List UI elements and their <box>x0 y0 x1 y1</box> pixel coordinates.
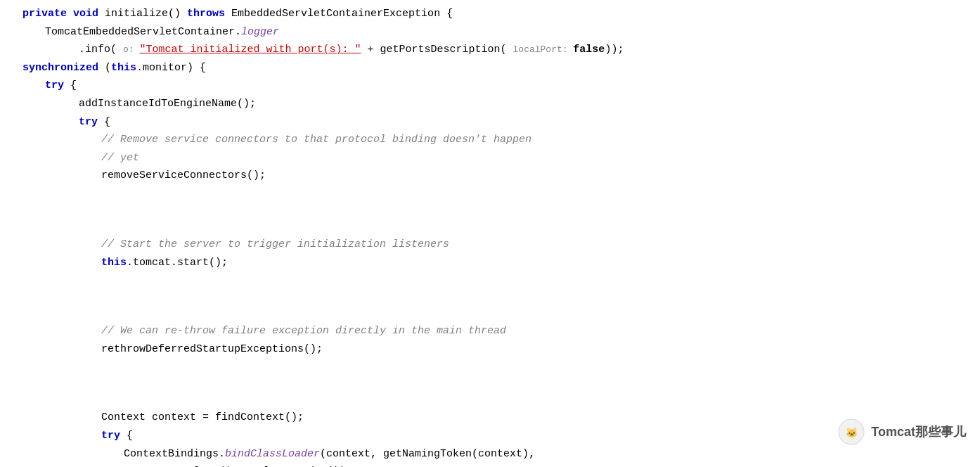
kw-throws: throws <box>187 6 231 23</box>
kw-void: void <box>73 6 105 23</box>
code-line-18: Context context = findContext(); <box>0 409 980 428</box>
watermark: 🐱 Tomcat那些事儿 <box>837 418 966 446</box>
code-line-17 <box>0 359 980 409</box>
code-editor: private void initialize() throws Embedde… <box>0 0 980 467</box>
code-line-2: TomcatEmbeddedServletContainer.logger <box>0 24 980 42</box>
code-line-15: // We can re-throw failure exception dir… <box>0 323 980 341</box>
code-line-3: .info( o: "Tomcat initialized with port(… <box>0 41 980 60</box>
watermark-label: Tomcat那些事儿 <box>871 422 966 442</box>
code-line-13: this.tomcat.start(); <box>0 255 980 273</box>
param-val-false: false <box>573 41 605 58</box>
code-line-19: try { <box>0 428 980 446</box>
field-monitor: .monitor) { <box>136 60 206 77</box>
code-line-5: try { <box>0 77 980 96</box>
brace-open-3: { <box>127 428 133 444</box>
code-line-4: synchronized (this.monitor) { <box>0 60 980 78</box>
comment-start-server: // Start the server to trigger initializ… <box>101 236 449 253</box>
method-initialize: initialize() <box>105 6 187 23</box>
code-line-9: // yet <box>0 150 980 168</box>
param-hint-localport: localPort: <box>513 43 574 58</box>
brace-open-1: { <box>70 77 77 94</box>
brace-open-2: { <box>104 114 110 131</box>
kw-this-2: this <box>101 255 127 271</box>
comment-yet: // yet <box>101 150 139 167</box>
call-args-end: en(context), <box>459 446 535 463</box>
call-addinstanceid: addInstanceIdToEngineName(); <box>79 96 256 113</box>
code-line-12: // Start the server to trigger initializ… <box>0 236 980 255</box>
code-line-21: getClass().getClassLoader()); <box>0 463 980 467</box>
code-line-1: private void initialize() throws Embedde… <box>0 6 980 24</box>
exception-class: EmbeddedServletContainerException { <box>231 6 453 23</box>
kw-try-1: try <box>45 77 70 94</box>
code-line-10: removeServiceConnectors(); <box>0 167 980 186</box>
code-line-16: rethrowDeferredStartupExceptions(); <box>0 341 980 359</box>
kw-try-3: try <box>101 428 127 444</box>
call-args-start: (context, getNamingTok <box>320 446 459 463</box>
class-ref: TomcatEmbeddedServletContainer. <box>45 24 241 41</box>
call-rethrow: rethrowDeferredStartupExceptions(); <box>101 341 323 358</box>
code-line-7: try { <box>0 114 980 132</box>
svg-text:🐱: 🐱 <box>846 427 858 439</box>
stmt-context: Context context = findContext(); <box>101 409 304 426</box>
call-tomcat-start: .tomcat.start(); <box>127 255 228 271</box>
code-line-20: ContextBindings.bindClassLoader(context,… <box>0 446 980 464</box>
kw-synchronized: synchronized <box>22 60 105 77</box>
param-hint-o: o: <box>123 43 139 58</box>
method-info: .info( <box>79 41 123 58</box>
code-line-14 <box>0 272 980 323</box>
close-paren: )); <box>605 41 624 58</box>
concat-op: + getPortsDescription( <box>361 41 512 58</box>
call-getclassloader: getClass().getClassLoader()); <box>169 463 352 467</box>
comment-remove-connectors: // Remove service connectors to that pro… <box>101 132 531 148</box>
code-line-11 <box>0 186 980 236</box>
method-bindclassloader: bindClassLoader <box>225 446 320 463</box>
call-removeconnectors: removeServiceConnectors(); <box>101 167 266 184</box>
class-contextbindings: ContextBindings. <box>124 446 225 463</box>
kw-try-2: try <box>79 114 104 131</box>
string-tomcat-init: "Tomcat initialized with port(s): " <box>139 41 361 58</box>
code-line-8: // Remove service connectors to that pro… <box>0 132 980 150</box>
watermark-logo-icon: 🐱 <box>837 418 865 446</box>
comment-rethrow: // We can re-throw failure exception dir… <box>101 323 506 340</box>
kw-private: private <box>22 6 73 23</box>
field-logger: logger <box>241 24 279 41</box>
code-line-6: addInstanceIdToEngineName(); <box>0 96 980 114</box>
kw-this-1: this <box>111 60 136 77</box>
paren-open: ( <box>105 60 111 77</box>
